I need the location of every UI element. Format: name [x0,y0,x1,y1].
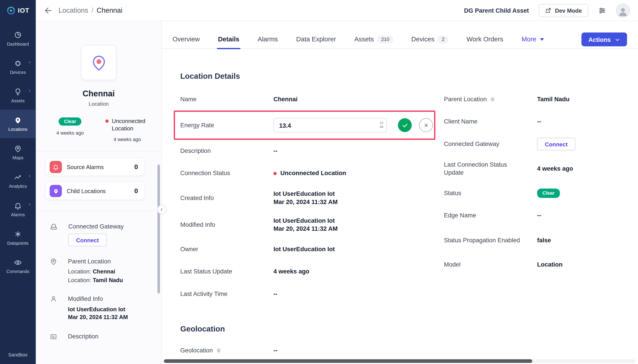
field-row-owner: Owner Iot UserEducation Iot [180,238,444,260]
sandbox-label: Sandbox [0,352,36,364]
sidebar-item-maps[interactable]: Maps [0,138,36,167]
sidebar-item-alarms[interactable]: Alarms › [0,195,36,224]
parent-location-block: Parent Location Location:Chennai Locatio… [36,246,161,284]
tab-details[interactable]: Details [218,30,239,48]
details-connect-button[interactable]: Connect [537,138,575,150]
connection-time: 4 weeks ago [114,136,141,142]
geolocation-heading: Geolocation [180,324,627,334]
divider [36,151,161,152]
field-row-description: Description -- [180,140,444,162]
parent-location-row: Location:Tamil Nadu [68,276,123,284]
tab-assets[interactable]: Assets 210 [354,30,393,48]
field-row-name: Name Chennai [180,88,444,110]
modified-date: Mar 20, 2024 11:32 AM [68,314,128,322]
cancel-button[interactable] [419,118,433,132]
asset-context-label: DG Parent Child Asset [464,7,529,14]
settings-sliders-icon[interactable] [598,6,606,14]
sidebar-item-datapoints[interactable]: Datapoints [0,224,36,252]
sidebar-item-label: Commands [7,269,29,274]
pin-outline-icon [50,258,58,284]
chevron-right-icon: › [29,201,31,207]
gateway-connect-button[interactable]: Connect [68,234,107,246]
dashboard-icon [14,31,22,39]
energy-rate-editor: 12 34 [273,118,433,132]
sidebar-nav: Dashboard Devices › [0,21,36,352]
breadcrumb-separator: / [92,6,94,14]
tab-alarms[interactable]: Alarms [258,30,278,48]
tabs-bar: Overview Details Alarms Data Explorer As… [162,30,638,49]
sidebar-item-commands[interactable]: Commands [0,252,36,280]
energy-rate-input-wrap: 12 34 [273,118,387,132]
status-time: 4 weeks ago [56,130,84,136]
field-row-created-info: Created Info Iot UserEducation Iot Mar 2… [180,184,444,211]
parent-location-row: Location:Chennai [68,268,123,275]
location-avatar-card [81,45,116,80]
chevron-right-icon: › [29,59,31,65]
tab-work-orders[interactable]: Work Orders [467,30,503,48]
description-label: Description [68,333,98,340]
tab-more[interactable]: More [522,30,544,48]
details-left-column: Name Chennai Energy Rate [180,88,444,305]
sidebar-item-devices[interactable]: Devices › [0,53,36,81]
status-badge: Clear [537,189,560,198]
connection-status-text: Unconnected Location [112,118,149,132]
field-row-client-name: Client Name -- [444,110,627,133]
source-alarms-label: Source Alarms [67,164,104,170]
user-avatar[interactable] [616,4,630,17]
alarm-bell-icon [50,161,62,173]
parent-location-label: Parent Location [68,258,123,265]
field-row-edge-name: Edge Name -- [444,204,627,227]
field-row-modified-info: Modified Info Iot UserEducation Iot Mar … [180,211,444,238]
sidebar-item-dashboard[interactable]: Dashboard [0,24,36,53]
info-icon[interactable] [489,96,495,102]
unconnected-dot-icon [273,172,277,175]
app-logo: IOT [0,0,36,21]
field-row-model: Model Location [444,254,627,276]
breadcrumb-current: Chennai [97,6,123,14]
sidebar: IOT Dashboard Devices [0,0,36,364]
modified-info-block: Modified Info Iot UserEducation Iot Mar … [36,284,161,321]
details-right-column: Parent Location Tamil Nadu Client Name -… [444,88,627,305]
field-row-last-activity-time: Last Activity Time -- [180,283,444,305]
status-row: Clear 4 weeks ago Unconnected Location 4… [36,118,161,142]
dev-mode-label: Dev Mode [555,7,582,14]
dev-mode-button[interactable]: Dev Mode [539,4,588,17]
back-arrow-icon[interactable] [44,6,53,15]
caret-down-icon [540,38,544,41]
horizontal-scrollbar-track [163,359,635,363]
active-tab-underline [217,48,241,49]
tab-overview[interactable]: Overview [172,30,199,48]
panel-collapse-button[interactable] [157,205,166,214]
tab-devices[interactable]: Devices 2 [411,30,448,48]
field-row-last-connection-status-update: Last Connection Status Update 4 weeks ag… [444,155,627,182]
panel-scrollbar-thumb[interactable] [157,165,160,294]
sidebar-item-assets[interactable]: Assets › [0,81,36,110]
app-window: IOT Dashboard Devices [0,0,638,364]
location-pin-icon [89,53,108,72]
tab-data-explorer[interactable]: Data Explorer [296,30,336,48]
description-block: Description [36,322,161,341]
sidebar-item-label: Datapoints [7,240,29,246]
sidebar-item-label: Analytics [9,184,27,189]
analytics-icon [14,173,22,181]
energy-rate-input[interactable] [273,118,387,132]
confirm-button[interactable] [398,118,412,132]
breadcrumb-locations[interactable]: Locations [59,6,88,14]
child-locations-card[interactable]: Child Locations 0 [46,183,144,200]
gateway-icon [50,223,58,246]
chevron-right-icon: › [29,173,31,179]
devices-count-badge: 2 [438,36,448,43]
source-alarms-card[interactable]: Source Alarms 0 [46,159,144,176]
actions-button[interactable]: Actions [581,32,627,46]
sidebar-item-locations[interactable]: Locations [0,110,36,138]
horizontal-scrollbar-thumb[interactable] [164,359,532,363]
field-row-connected-gateway: Connected Gateway Connect [444,133,627,155]
sidebar-item-label: Alarms [11,212,25,217]
location-name: Chennai [36,89,161,98]
assets-count-badge: 210 [378,36,393,43]
location-details-heading: Location Details [180,72,627,81]
logo-icon [7,6,15,15]
source-alarms-count: 0 [134,164,138,171]
info-icon[interactable] [216,348,222,354]
sidebar-item-analytics[interactable]: Analytics › [0,167,36,195]
